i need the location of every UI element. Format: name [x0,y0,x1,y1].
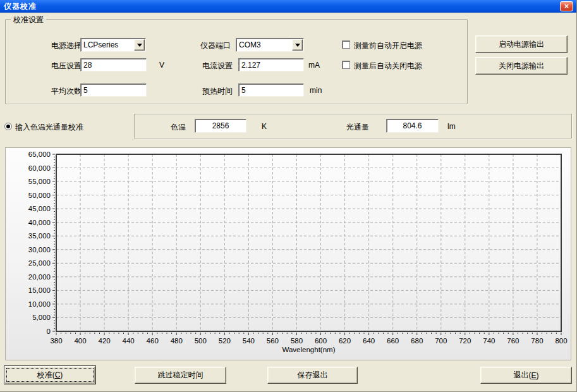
current-field[interactable]: 2.127 [238,58,304,71]
exit-button-label: 退出( [513,370,531,381]
cct-field[interactable]: 2856 [195,119,246,133]
cct-flux-calibration-radio[interactable] [4,123,12,130]
auto-power-on-checkbox[interactable] [342,40,350,49]
svg-text:500: 500 [195,337,207,345]
power-select-value: LCPseries [83,40,118,49]
cct-label: 色温 [171,122,186,133]
svg-text:25,000: 25,000 [28,259,51,267]
voltage-unit: V [159,61,164,70]
auto-power-off-label: 测量后自动关闭电源 [354,61,422,71]
calibrate-button-label-end: ) [60,371,63,379]
svg-text:480: 480 [171,337,183,345]
svg-text:560: 560 [267,337,279,345]
svg-text:400: 400 [74,337,86,345]
svg-text:760: 760 [507,337,519,345]
spectrum-chart: 3804004204404604805005205405605806006206… [6,148,571,360]
svg-text:5,000: 5,000 [32,314,51,321]
cct-unit: K [262,122,267,131]
svg-text:380: 380 [50,337,62,345]
svg-text:35,000: 35,000 [28,232,51,240]
svg-text:720: 720 [459,337,471,345]
flux-label: 光通量 [346,122,369,133]
stop-power-output-button[interactable]: 关闭电源输出 [475,57,568,75]
port-select-dropdown-button[interactable] [292,39,303,51]
voltage-field[interactable]: 28 [80,58,147,71]
exit-button[interactable]: 退出(E) [480,367,572,384]
exit-button-label-end: ) [537,371,539,380]
average-label: 平均次数 [51,86,82,97]
current-label: 电流设置 [202,61,233,71]
svg-text:420: 420 [99,337,111,345]
svg-text:540: 540 [243,337,255,345]
chevron-down-icon [137,44,142,49]
calibration-dialog: 仪器校准 × 校准设置 电源选择 LCPseries 仪器端口 COM3 测量前… [0,0,577,392]
svg-text:660: 660 [387,337,399,345]
warmup-unit: min [310,86,322,95]
port-select-value: COM3 [239,40,261,49]
svg-text:40,000: 40,000 [28,219,51,226]
svg-text:700: 700 [435,337,447,345]
svg-text:800: 800 [555,337,567,345]
svg-text:20,000: 20,000 [28,273,51,281]
current-unit: mA [308,61,320,70]
svg-text:15,000: 15,000 [28,286,51,294]
svg-text:780: 780 [531,337,543,345]
svg-text:620: 620 [339,337,351,345]
window-title: 仪器校准 [0,1,37,12]
flux-unit: lm [447,122,456,131]
close-icon[interactable]: × [560,1,573,11]
svg-text:10,000: 10,000 [28,300,51,308]
save-exit-button[interactable]: 保存退出 [267,367,358,384]
power-select-label: 电源选择 [51,40,82,51]
skip-stabilization-button[interactable]: 跳过稳定时间 [135,367,226,384]
svg-text:60,000: 60,000 [28,164,51,172]
exit-button-mnemonic: E [531,371,536,380]
flux-field[interactable]: 804.6 [386,119,439,133]
title-bar: 仪器校准 [0,0,576,13]
port-select-label: 仪器端口 [200,40,231,51]
settings-group-title: 校准设置 [11,15,46,25]
average-field[interactable]: 5 [80,83,147,97]
svg-text:460: 460 [147,337,159,345]
calibrate-button[interactable]: 校准(C) [4,365,96,384]
cct-flux-calibration-radio-label: 输入色温光通量校准 [15,122,83,133]
svg-text:0: 0 [47,328,51,335]
calibrate-button-mnemonic: C [55,371,61,379]
warmup-field[interactable]: 5 [238,83,304,97]
svg-text:640: 640 [363,337,375,345]
svg-text:600: 600 [315,337,327,345]
power-select-dropdown[interactable]: LCPseries [80,38,146,52]
calibrate-button-label: 校准( [37,370,55,381]
spectrum-chart-panel: 3804004204404604805005205405605806006206… [5,147,571,360]
svg-text:65,000: 65,000 [28,150,51,158]
power-select-dropdown-button[interactable] [134,39,145,51]
svg-text:55,000: 55,000 [28,178,51,185]
voltage-label: 电压设置 [51,61,82,71]
port-select-dropdown[interactable]: COM3 [236,38,304,52]
warmup-label: 预热时间 [202,86,233,97]
svg-text:Wavelenght(nm): Wavelenght(nm) [282,346,336,353]
svg-text:30,000: 30,000 [28,246,51,254]
svg-text:520: 520 [219,337,231,345]
svg-text:680: 680 [411,337,423,345]
svg-text:45,000: 45,000 [28,205,51,212]
svg-text:740: 740 [483,337,495,345]
auto-power-off-checkbox[interactable] [342,61,350,69]
start-power-output-button[interactable]: 启动电源输出 [475,35,568,53]
auto-power-on-label: 测量前自动开启电源 [354,40,422,51]
svg-text:440: 440 [123,337,135,345]
chevron-down-icon [295,44,300,49]
svg-text:580: 580 [291,337,303,345]
svg-text:50,000: 50,000 [28,192,51,199]
